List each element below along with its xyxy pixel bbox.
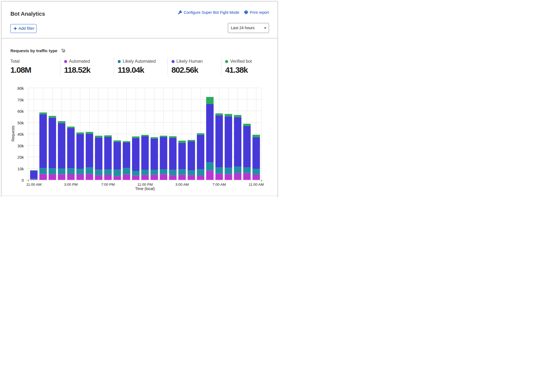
svg-text:11:00 AM: 11:00 AM [249,182,264,187]
svg-text:11:00 PM: 11:00 PM [137,182,153,187]
svg-text:50k: 50k [18,121,24,125]
svg-text:11:00 AM: 11:00 AM [26,182,41,187]
svg-text:3:00 PM: 3:00 PM [64,182,78,187]
svg-text:20k: 20k [18,155,24,160]
svg-text:70k: 70k [18,98,24,102]
svg-text:0: 0 [22,178,24,182]
svg-text:10k: 10k [18,167,24,171]
svg-text:60k: 60k [18,109,24,114]
svg-text:Requests: Requests [11,125,15,141]
svg-text:7:00 PM: 7:00 PM [101,182,115,187]
svg-text:40k: 40k [18,132,24,137]
svg-text:3:00 AM: 3:00 AM [175,182,189,187]
svg-text:7:00 AM: 7:00 AM [212,182,226,187]
svg-text:Time (local): Time (local) [135,187,155,191]
svg-text:80k: 80k [18,86,24,91]
svg-text:30k: 30k [18,144,24,148]
